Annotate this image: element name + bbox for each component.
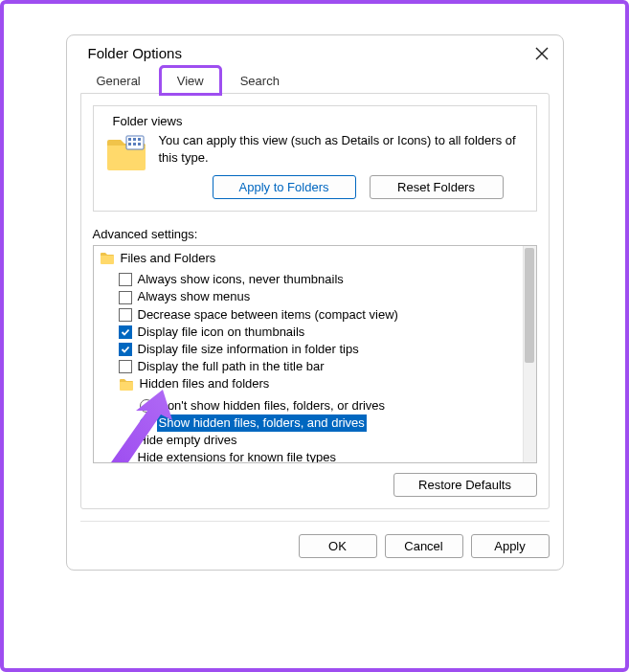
close-icon[interactable] (534, 46, 550, 61)
folder-views-group: Folder views You can apply this view (su… (93, 105, 537, 212)
tree-item-label: Display file icon on thumbnails (136, 324, 307, 341)
tree-root: Files and Folders Always show icons, nev… (100, 250, 519, 462)
tree-item[interactable]: Hidden files and foldersDon't show hidde… (119, 375, 519, 432)
svg-rect-7 (133, 143, 136, 146)
advanced-settings-tree[interactable]: Files and Folders Always show icons, nev… (93, 245, 537, 463)
apply-button[interactable]: Apply (471, 534, 550, 558)
tree-scroll-thumb[interactable] (525, 248, 534, 363)
folder-icon (100, 252, 115, 265)
tree-item-label: Hidden files and folders (138, 375, 272, 392)
reset-folders-button[interactable]: Reset Folders (370, 175, 504, 199)
tree-item[interactable]: Hide empty drives (119, 432, 519, 449)
tab-view[interactable]: View (161, 67, 220, 94)
tree-item[interactable]: Display file size information in folder … (119, 341, 519, 358)
tree-item[interactable]: Show hidden files, folders, and drives (140, 414, 519, 432)
folder-options-window: Folder Options General View Search Folde… (66, 34, 564, 571)
radio[interactable] (140, 416, 153, 430)
tree-item[interactable]: Display file icon on thumbnails (119, 324, 519, 341)
tree-item-label: Don't show hidden files, folders, or dri… (157, 397, 388, 414)
checkbox[interactable] (119, 343, 132, 356)
tree-item-label: Hide empty drives (136, 432, 239, 449)
checkbox[interactable] (119, 291, 132, 304)
restore-defaults-button[interactable]: Restore Defaults (393, 473, 537, 497)
window-title: Folder Options (88, 45, 182, 61)
tree-scrollbar[interactable] (523, 246, 536, 462)
apply-to-folders-button[interactable]: Apply to Folders (213, 175, 356, 199)
tab-panel-view: Folder views You can apply this view (su… (80, 93, 550, 509)
svg-rect-3 (128, 138, 131, 141)
folder-icon (119, 378, 134, 392)
tab-general[interactable]: General (80, 67, 157, 94)
titlebar: Folder Options (67, 35, 563, 67)
checkbox[interactable] (119, 325, 132, 339)
tree-root-label: Files and Folders (119, 250, 218, 267)
tree-item[interactable]: Hide extensions for known file types (119, 449, 519, 462)
advanced-settings-label: Advanced settings: (93, 227, 537, 241)
tree-item-label: Hide extensions for known file types (136, 449, 338, 462)
tree-item-label: Always show icons, never thumbnails (136, 271, 346, 288)
checkbox[interactable] (119, 308, 132, 322)
tree-item-label: Show hidden files, folders, and drives (157, 414, 367, 432)
checkbox[interactable] (119, 360, 132, 373)
tree-item-label: Decrease space between items (compact vi… (136, 306, 400, 324)
tree-item-label: Display file size information in folder … (136, 341, 361, 358)
svg-rect-8 (138, 143, 141, 146)
folder-views-icon (105, 134, 147, 172)
tree-item-label: Always show menus (136, 288, 253, 305)
tree-item[interactable]: Always show icons, never thumbnails (119, 271, 519, 288)
svg-rect-6 (128, 143, 131, 146)
dialog-button-row: OK Cancel Apply (67, 527, 563, 570)
tree-item[interactable]: Display the full path in the title bar (119, 358, 519, 375)
divider (80, 521, 550, 522)
svg-rect-4 (133, 138, 136, 141)
svg-rect-5 (138, 138, 141, 141)
tree-item[interactable]: Don't show hidden files, folders, or dri… (140, 397, 519, 414)
radio[interactable] (140, 399, 153, 413)
tab-search[interactable]: Search (224, 67, 296, 94)
folder-views-text: You can apply this view (such as Details… (159, 132, 525, 166)
folder-views-legend: Folder views (109, 114, 187, 128)
checkbox[interactable] (119, 273, 132, 286)
tree-item[interactable]: Decrease space between items (compact vi… (119, 306, 519, 324)
tree-item-label: Display the full path in the title bar (136, 358, 326, 375)
cancel-button[interactable]: Cancel (385, 534, 463, 558)
annotated-frame: Folder Options General View Search Folde… (0, 0, 629, 672)
ok-button[interactable]: OK (299, 534, 377, 558)
tab-strip: General View Search (67, 67, 563, 94)
tree-item[interactable]: Always show menus (119, 288, 519, 305)
